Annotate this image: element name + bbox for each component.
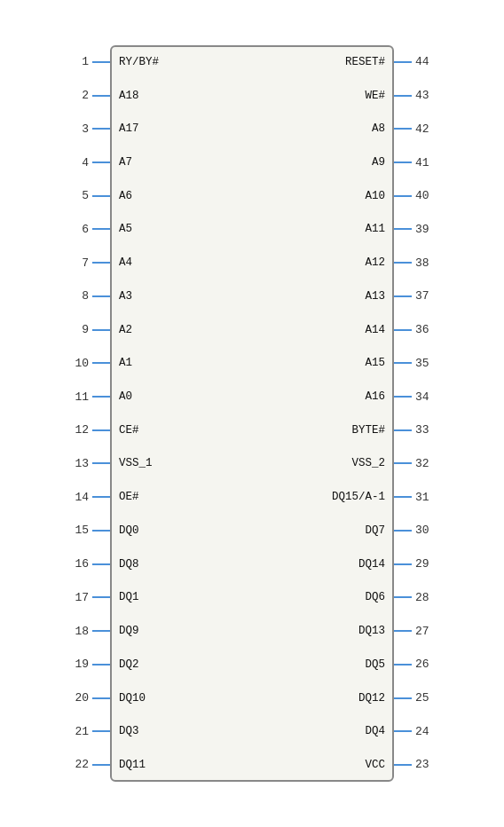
left-pin-label: CE# xyxy=(119,417,252,444)
left-pin-row: 3 xyxy=(64,115,110,142)
left-pin-row: 19 xyxy=(64,651,110,678)
right-pin-row: 29 xyxy=(394,551,440,578)
right-pin-label: VCC xyxy=(365,752,385,778)
left-pin-row: 12 xyxy=(64,417,110,444)
pin-number: 28 xyxy=(415,591,440,604)
pin-number: 9 xyxy=(64,323,89,336)
left-pin-row: 7 xyxy=(64,249,110,276)
left-pin-row: 9 xyxy=(64,317,110,343)
left-pin-row: 18 xyxy=(64,618,110,644)
left-pin-row: 11 xyxy=(64,383,110,410)
left-pin-label: DQ8 xyxy=(119,551,252,578)
right-pin-row: 38 xyxy=(394,249,440,276)
pin-line xyxy=(92,764,110,766)
pin-number: 19 xyxy=(64,658,89,671)
right-pin-row: 44 xyxy=(394,49,440,75)
pin-line xyxy=(394,730,412,732)
pin-line xyxy=(394,764,412,766)
pin-number: 11 xyxy=(64,390,89,404)
left-pin-row: 2 xyxy=(64,83,110,109)
left-pin-label: A3 xyxy=(119,283,252,310)
pin-number: 44 xyxy=(415,55,440,68)
left-pins: 1 2 3 4 5 6 7 8 9 10 11 12 13 14 xyxy=(39,45,110,782)
pin-number: 43 xyxy=(415,89,440,102)
pin-line xyxy=(92,730,110,732)
pin-line xyxy=(394,697,412,699)
pin-number: 5 xyxy=(64,189,89,202)
left-pin-label: OE# xyxy=(119,484,252,510)
right-pin-row: 32 xyxy=(394,450,440,477)
pin-number: 21 xyxy=(64,725,89,738)
pin-line xyxy=(92,630,110,632)
right-labels: RESET#WE#A8A9A10A11A12A13A14A15A16BYTE#V… xyxy=(252,45,394,782)
left-pin-row: 20 xyxy=(64,685,110,712)
pin-line xyxy=(394,596,412,598)
left-pin-row: 22 xyxy=(64,752,110,778)
left-pin-row: 14 xyxy=(64,484,110,510)
left-pin-label: A2 xyxy=(119,317,252,343)
left-pin-label: A4 xyxy=(119,249,252,276)
pin-number: 2 xyxy=(64,89,89,102)
right-pin-row: 23 xyxy=(394,752,440,778)
left-pin-row: 4 xyxy=(64,149,110,176)
pin-line xyxy=(92,295,110,297)
pin-line xyxy=(92,429,110,431)
pin-line xyxy=(92,362,110,364)
pin-number: 33 xyxy=(415,423,440,437)
pin-number: 12 xyxy=(64,423,89,437)
pin-line xyxy=(394,228,412,230)
left-pin-label: DQ2 xyxy=(119,651,252,678)
right-pin-row: 35 xyxy=(394,350,440,376)
right-pin-row: 31 xyxy=(394,484,440,510)
right-pin-row: 39 xyxy=(394,216,440,242)
right-pin-label: A11 xyxy=(365,216,385,242)
pin-number: 3 xyxy=(64,122,89,136)
right-pin-row: 28 xyxy=(394,584,440,610)
right-pin-row: 27 xyxy=(394,618,440,644)
right-pin-label: DQ15/A-1 xyxy=(332,484,385,510)
pin-number: 34 xyxy=(415,390,440,404)
pin-number: 26 xyxy=(415,658,440,671)
left-pin-label: VSS_1 xyxy=(119,450,252,477)
right-pin-row: 26 xyxy=(394,651,440,678)
right-pin-label: A10 xyxy=(365,183,385,209)
pin-line xyxy=(394,462,412,464)
right-pin-row: 42 xyxy=(394,115,440,142)
pin-line xyxy=(92,563,110,565)
right-pin-label: DQ12 xyxy=(358,685,385,712)
pin-number: 10 xyxy=(64,357,89,370)
right-pin-label: A9 xyxy=(372,149,385,176)
left-pin-label: DQ0 xyxy=(119,517,252,544)
right-pin-label: A15 xyxy=(365,350,385,376)
pin-number: 14 xyxy=(64,491,89,504)
right-pin-row: 37 xyxy=(394,283,440,310)
pin-number: 35 xyxy=(415,357,440,370)
right-pin-row: 30 xyxy=(394,517,440,544)
right-pin-label: A16 xyxy=(365,383,385,410)
pin-line xyxy=(92,195,110,197)
right-pins: 44 43 42 41 40 39 38 37 36 35 34 33 32 3… xyxy=(394,45,465,782)
right-pin-label: DQ6 xyxy=(365,584,385,610)
pin-line xyxy=(394,362,412,364)
right-pin-label: A14 xyxy=(365,317,385,343)
right-pin-label: DQ14 xyxy=(358,551,385,578)
pin-number: 16 xyxy=(64,557,89,571)
pin-line xyxy=(394,262,412,264)
right-pin-label: A8 xyxy=(372,115,385,142)
right-pin-label: BYTE# xyxy=(351,417,385,444)
right-pin-label: DQ5 xyxy=(365,651,385,678)
pin-line xyxy=(394,630,412,632)
pin-line xyxy=(394,563,412,565)
left-pin-label: A1 xyxy=(119,350,252,376)
chip-container: 1 2 3 4 5 6 7 8 9 10 11 12 13 14 xyxy=(39,19,465,808)
left-pin-label: A17 xyxy=(119,115,252,142)
pin-line xyxy=(92,329,110,331)
pin-line xyxy=(394,329,412,331)
pin-number: 27 xyxy=(415,625,440,638)
right-pin-label: DQ7 xyxy=(365,517,385,544)
pin-number: 15 xyxy=(64,524,89,537)
left-pin-row: 13 xyxy=(64,450,110,477)
pin-line xyxy=(92,396,110,398)
pin-line xyxy=(394,61,412,63)
left-pin-row: 16 xyxy=(64,551,110,578)
